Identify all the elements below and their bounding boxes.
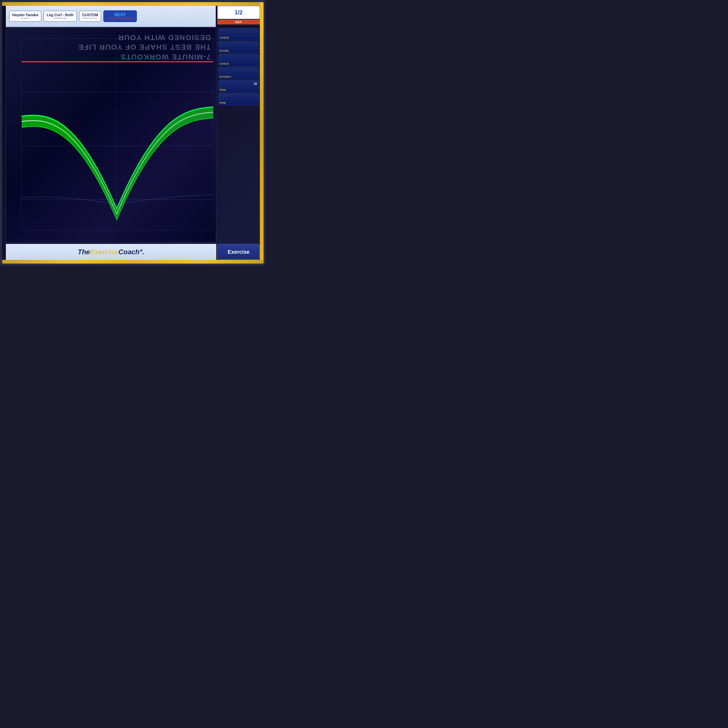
header-bar: Hayato Tanaka CLIENT Leg Curl - Both EXE… (6, 6, 216, 27)
eccentric-label-2: ECCENTI (220, 75, 257, 78)
protocol-name: CUSTOM (82, 13, 98, 17)
target-label: TARGET REFERENCE (107, 17, 134, 20)
protocol-button[interactable]: CUSTOM PROTOCOL (79, 11, 101, 22)
rep-value: 1/2 (217, 6, 260, 19)
concentric-btn-1[interactable]: CONCE (219, 28, 259, 40)
eccentric-btn-2[interactable]: ECCENTI (219, 67, 259, 79)
target-button[interactable]: BEST TARGET REFERENCE (103, 10, 137, 22)
target-name: BEST (115, 12, 126, 17)
concentric-label-1: CONCE (220, 37, 257, 39)
concentric-label-2: CONCE (220, 63, 257, 65)
logo-area: TheExerciseCoach⚙. (6, 244, 216, 260)
exercise-button-main[interactable]: Exercise (217, 244, 260, 260)
main-frame: Hayato Tanaka CLIENT Leg Curl - Both EXE… (0, 0, 266, 266)
eccentric-btn-1[interactable]: ECCEN (219, 41, 259, 53)
client-button[interactable]: Hayato Tanaka CLIENT (9, 11, 41, 22)
right-border (260, 2, 263, 263)
svg-rect-0 (6, 28, 216, 242)
exercise-name: Leg Curl - Both (47, 13, 73, 17)
rom-value-1: 10 (254, 82, 257, 85)
logo: TheExerciseCoach⚙. (78, 248, 145, 256)
protocol-label: PROTOCOL (83, 17, 97, 20)
logo-the: The (78, 248, 90, 256)
chart-svg (6, 28, 216, 242)
bottom-border (2, 260, 263, 263)
exercise-button[interactable]: Leg Curl - Both EXERCISE (44, 11, 77, 22)
right-panel: CONCE ECCEN CONCE ECCENTI ROM 10 ROM (217, 27, 260, 242)
client-name: Hayato Tanaka (12, 13, 38, 17)
rep-label: REP (217, 20, 260, 24)
eccentric-label-1: ECCEN (220, 49, 257, 52)
client-label: CLIENT (20, 17, 30, 20)
rep-counter: 1/2 REP (217, 6, 260, 27)
logo-exercise: Exercise (90, 248, 118, 256)
rom-btn-2[interactable]: ROM (219, 93, 259, 105)
top-border (2, 2, 263, 6)
rom-btn-1[interactable]: ROM 10 (219, 80, 259, 92)
logo-coach: Coach⚙. (118, 248, 145, 256)
rom-label-1: ROM (220, 89, 257, 91)
exercise-label: EXERCISE (54, 17, 67, 20)
concentric-btn-2[interactable]: CONCE (219, 54, 259, 66)
chart-area: 120 90 60 30 0 (6, 27, 216, 242)
exercise-btn-label: Exercise (228, 249, 249, 255)
rom-label-2: ROM (220, 101, 257, 104)
